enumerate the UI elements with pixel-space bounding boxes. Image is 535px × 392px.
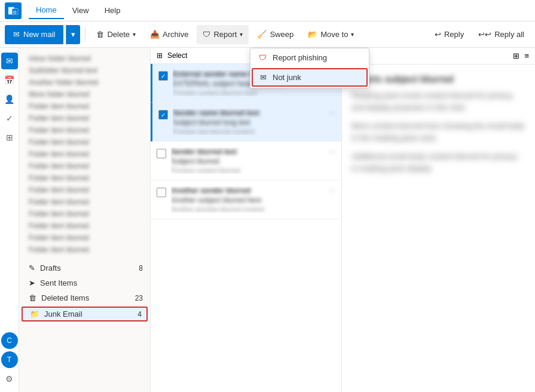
new-mail-dropdown-button[interactable]: ▾	[66, 25, 80, 44]
top-nav-bar: O Home View Help	[0, 0, 535, 22]
new-mail-envelope-icon: ✉	[13, 30, 20, 39]
sidebar-blurred-item-7[interactable]: Folder item blurred	[19, 124, 150, 136]
icon-bar-settings[interactable]: ⚙	[1, 370, 18, 387]
icon-bar-calendar[interactable]: 📅	[1, 72, 18, 88]
archive-button[interactable]: 📥 Archive	[144, 25, 194, 44]
icon-bar-teams[interactable]: T	[1, 351, 18, 368]
reading-subject: Charts subject blurred	[351, 74, 525, 85]
sent-icon: ➤	[29, 278, 35, 287]
reply-all-icon: ↩↩	[478, 30, 491, 39]
icon-bar-tasks[interactable]: ✓	[1, 110, 18, 127]
drafts-label: Drafts	[40, 264, 61, 272]
sidebar-blurred-item-2[interactable]: Subfolder blurred text	[19, 65, 150, 76]
email-sender-2: Sender name blurred text	[173, 109, 324, 117]
nav-tab-help[interactable]: Help	[97, 2, 128, 19]
reading-content: Charts subject blurred Reading pane emai…	[342, 65, 535, 183]
icon-bar-mail[interactable]: ✉	[1, 53, 18, 69]
delete-button[interactable]: 🗑 Delete ▾	[90, 25, 142, 44]
move-to-button[interactable]: 📂 Move to ▾	[302, 25, 360, 44]
email-subject-2: Subject blurred long text	[173, 118, 324, 127]
email-preview-3: Preview content blurred	[171, 167, 324, 174]
list-view-icon: ⊞	[157, 51, 163, 60]
not-junk-item[interactable]: ✉ Not junk	[252, 68, 368, 87]
svg-text:O: O	[13, 9, 17, 14]
sidebar-blurred-item-11[interactable]: Folder item blurred	[19, 172, 150, 184]
move-to-chevron-icon: ▾	[351, 31, 354, 38]
not-junk-envelope-icon: ✉	[260, 73, 267, 82]
email-checkbox-2[interactable]: ✓	[158, 110, 168, 120]
main-layout: ✉ 📅 👤 ✓ ⊞ C T ⚙ Inbox folder blurred Sub…	[0, 48, 535, 392]
sidebar: Inbox folder blurred Subfolder blurred t…	[19, 48, 151, 392]
email-item-4[interactable]: Another sender blurred Another subject b…	[151, 180, 341, 219]
sidebar-blurred-item-15[interactable]: Folder item blurred	[19, 220, 150, 232]
email-list: ⊞ Select Filter Charts ✓ External sender…	[151, 48, 342, 392]
sidebar-folder-sent[interactable]: ➤ Sent Items	[19, 275, 150, 290]
toolbar-separator-1	[85, 27, 85, 42]
report-shield-icon: 🛡	[203, 30, 210, 39]
report-phishing-shield-icon: 🛡	[259, 53, 267, 62]
sweep-icon: 🧹	[257, 30, 267, 39]
icon-bar-chat[interactable]: C	[1, 332, 18, 349]
sidebar-blurred-item-16[interactable]: Folder item blurred	[19, 232, 150, 244]
icon-bar-people[interactable]: 👤	[1, 91, 18, 108]
reply-all-button[interactable]: ↩↩ Reply all	[472, 25, 530, 44]
sidebar-folder-drafts[interactable]: ✎ Drafts 8	[19, 261, 150, 275]
sidebar-blurred-item-6[interactable]: Folder item blurred	[19, 112, 150, 124]
email-item-2[interactable]: ✓ Sender name blurred text Subject blurr…	[151, 103, 341, 142]
icon-bar: ✉ 📅 👤 ✓ ⊞ C T ⚙	[0, 48, 19, 392]
icon-bar-apps[interactable]: ⊞	[1, 129, 18, 146]
sidebar-spacer	[19, 256, 150, 261]
delete-chevron-icon: ▾	[133, 31, 136, 38]
move-to-icon: 📂	[308, 30, 317, 39]
sidebar-blurred-item-12[interactable]: Folder item blurred	[19, 184, 150, 196]
sidebar-blurred-item-10[interactable]: Folder item blurred	[19, 160, 150, 172]
reading-body: Reading pane email content blurred for p…	[351, 90, 525, 174]
delete-icon: 🗑	[96, 30, 104, 39]
select-label: Select	[167, 51, 187, 60]
email-item-3[interactable]: Sender blurred text Subject blurred Prev…	[151, 142, 341, 180]
deleted-label: Deleted Items	[41, 293, 89, 302]
email-time-2: ---	[329, 109, 335, 116]
sidebar-blurred-item-4[interactable]: More folder blurred	[19, 88, 150, 100]
junk-icon: 📁	[30, 310, 39, 318]
sidebar-blurred-item-5[interactable]: Folder item blurred	[19, 100, 150, 112]
reading-pane-more-icon[interactable]: ≡	[524, 51, 529, 60]
nav-tab-view[interactable]: View	[65, 2, 96, 19]
sidebar-blurred-item-1[interactable]: Inbox folder blurred	[19, 53, 150, 65]
nav-tabs: Home View Help	[29, 2, 127, 19]
email-checkbox-3[interactable]	[157, 149, 166, 158]
sidebar-blurred-item-3[interactable]: Another folder blurred	[19, 76, 150, 88]
nav-tab-home[interactable]: Home	[29, 2, 64, 19]
report-dropdown-menu: 🛡 Report phishing ✉ Not junk	[250, 48, 369, 88]
junk-label: Junk Email	[44, 310, 82, 318]
sweep-button[interactable]: 🧹 Sweep	[251, 25, 299, 44]
email-time-4: ---	[329, 186, 335, 194]
sidebar-blurred-item-14[interactable]: Folder item blurred	[19, 208, 150, 220]
sidebar-blurred-item-8[interactable]: Folder item blurred	[19, 136, 150, 148]
toolbar-right: ↩ Reply ↩↩ Reply all	[429, 25, 530, 44]
email-time-3: ---	[329, 148, 335, 155]
sidebar-folder-deleted[interactable]: 🗑 Deleted Items 23	[19, 290, 150, 305]
sidebar-blurred-item-17[interactable]: Folder item blurred	[19, 244, 150, 256]
sidebar-blurred-item-9[interactable]: Folder item blurred	[19, 148, 150, 160]
email-subject-3: Subject blurred	[171, 157, 324, 166]
sidebar-blurred-item-13[interactable]: Folder item blurred	[19, 196, 150, 208]
drafts-count: 8	[139, 264, 143, 272]
email-preview-1: Preview content blurred here	[173, 89, 307, 96]
deleted-icon: 🗑	[29, 293, 36, 302]
toolbar: ✉ New mail ▾ 🗑 Delete ▾ 📥 Archive 🛡 Repo…	[0, 22, 535, 48]
report-button[interactable]: 🛡 Report ▾	[197, 25, 249, 44]
reply-icon: ↩	[435, 30, 441, 39]
report-phishing-item[interactable]: 🛡 Report phishing	[250, 48, 369, 67]
not-junk-label: Not junk	[273, 73, 301, 82]
junk-count: 4	[137, 310, 142, 318]
email-checkbox-4[interactable]	[157, 188, 166, 197]
report-chevron-icon: ▾	[240, 31, 243, 38]
new-mail-chevron-icon: ▾	[71, 30, 75, 39]
email-checkbox-1[interactable]: ✓	[158, 71, 168, 81]
reading-pane-expand-icon[interactable]: ⊞	[513, 51, 519, 60]
reading-pane-header: ⊞ ≡	[342, 48, 535, 65]
new-mail-button[interactable]: ✉ New mail	[5, 25, 63, 44]
sidebar-folder-junk[interactable]: 📁 Junk Email 4	[22, 307, 148, 321]
reply-button[interactable]: ↩ Reply	[429, 25, 470, 44]
